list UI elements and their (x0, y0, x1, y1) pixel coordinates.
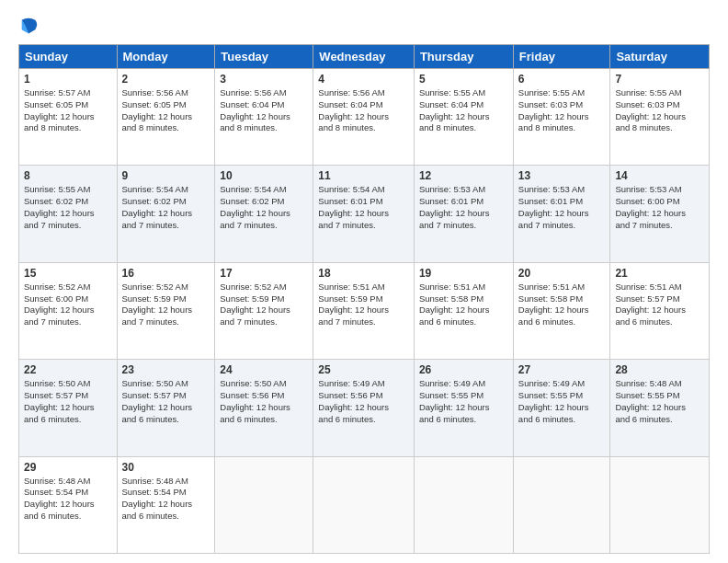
day-number: 10 (220, 169, 308, 182)
day-number: 7 (615, 73, 704, 86)
calendar-cell: 6Sunrise: 5:55 AM Sunset: 6:03 PM Daylig… (513, 69, 610, 166)
header-day-friday: Friday (513, 45, 610, 69)
header-row: SundayMondayTuesdayWednesdayThursdayFrid… (19, 45, 710, 69)
cell-details: Sunrise: 5:51 AM Sunset: 5:58 PM Dayligh… (518, 282, 606, 328)
calendar-cell (610, 456, 710, 553)
day-number: 12 (419, 169, 508, 182)
calendar-cell: 7Sunrise: 5:55 AM Sunset: 6:03 PM Daylig… (610, 69, 710, 166)
calendar-cell: 8Sunrise: 5:55 AM Sunset: 6:02 PM Daylig… (19, 166, 118, 262)
calendar-cell: 28Sunrise: 5:48 AM Sunset: 5:55 PM Dayli… (610, 360, 710, 456)
header-day-saturday: Saturday (610, 45, 710, 69)
header-day-thursday: Thursday (414, 45, 513, 69)
calendar-cell (513, 456, 610, 553)
calendar-cell: 27Sunrise: 5:49 AM Sunset: 5:55 PM Dayli… (513, 360, 610, 456)
cell-details: Sunrise: 5:53 AM Sunset: 6:01 PM Dayligh… (518, 184, 606, 231)
cell-details: Sunrise: 5:52 AM Sunset: 5:59 PM Dayligh… (220, 282, 308, 328)
cell-details: Sunrise: 5:50 AM Sunset: 5:57 PM Dayligh… (122, 378, 210, 425)
day-number: 8 (24, 169, 112, 182)
day-number: 1 (24, 73, 112, 86)
calendar-cell: 11Sunrise: 5:54 AM Sunset: 6:01 PM Dayli… (313, 166, 415, 262)
calendar-cell: 5Sunrise: 5:55 AM Sunset: 6:04 PM Daylig… (414, 69, 513, 166)
day-number: 14 (615, 169, 704, 182)
calendar-cell (313, 456, 415, 553)
day-number: 18 (318, 267, 409, 280)
day-number: 22 (24, 363, 112, 376)
cell-details: Sunrise: 5:55 AM Sunset: 6:04 PM Dayligh… (419, 87, 508, 134)
week-row-2: 8Sunrise: 5:55 AM Sunset: 6:02 PM Daylig… (19, 166, 710, 262)
cell-details: Sunrise: 5:54 AM Sunset: 6:01 PM Dayligh… (318, 184, 409, 231)
day-number: 25 (318, 363, 409, 376)
calendar-cell: 2Sunrise: 5:56 AM Sunset: 6:05 PM Daylig… (117, 69, 215, 166)
cell-details: Sunrise: 5:48 AM Sunset: 5:54 PM Dayligh… (24, 476, 112, 523)
day-number: 15 (24, 267, 112, 280)
day-number: 23 (122, 363, 210, 376)
cell-details: Sunrise: 5:51 AM Sunset: 5:58 PM Dayligh… (419, 282, 508, 328)
cell-details: Sunrise: 5:56 AM Sunset: 6:04 PM Dayligh… (318, 87, 409, 134)
cell-details: Sunrise: 5:55 AM Sunset: 6:03 PM Dayligh… (518, 87, 606, 134)
cell-details: Sunrise: 5:56 AM Sunset: 6:04 PM Dayligh… (220, 87, 308, 134)
calendar-cell: 14Sunrise: 5:53 AM Sunset: 6:00 PM Dayli… (610, 166, 710, 262)
calendar-cell (414, 456, 513, 553)
calendar-cell: 16Sunrise: 5:52 AM Sunset: 5:59 PM Dayli… (117, 262, 215, 359)
day-number: 19 (419, 267, 508, 280)
cell-details: Sunrise: 5:49 AM Sunset: 5:55 PM Dayligh… (419, 378, 508, 425)
calendar-cell: 22Sunrise: 5:50 AM Sunset: 5:57 PM Dayli… (19, 360, 118, 456)
day-number: 17 (220, 267, 308, 280)
header (18, 15, 710, 35)
calendar-cell: 12Sunrise: 5:53 AM Sunset: 6:01 PM Dayli… (414, 166, 513, 262)
cell-details: Sunrise: 5:48 AM Sunset: 5:55 PM Dayligh… (615, 378, 704, 425)
week-row-4: 22Sunrise: 5:50 AM Sunset: 5:57 PM Dayli… (19, 360, 710, 456)
calendar-cell: 20Sunrise: 5:51 AM Sunset: 5:58 PM Dayli… (513, 262, 610, 359)
cell-details: Sunrise: 5:56 AM Sunset: 6:05 PM Dayligh… (122, 87, 210, 134)
cell-details: Sunrise: 5:49 AM Sunset: 5:55 PM Dayligh… (518, 378, 606, 425)
day-number: 26 (419, 363, 508, 376)
calendar-table: SundayMondayTuesdayWednesdayThursdayFrid… (18, 44, 710, 554)
calendar-cell: 17Sunrise: 5:52 AM Sunset: 5:59 PM Dayli… (215, 262, 313, 359)
calendar-cell: 19Sunrise: 5:51 AM Sunset: 5:58 PM Dayli… (414, 262, 513, 359)
header-day-wednesday: Wednesday (313, 45, 415, 69)
cell-details: Sunrise: 5:48 AM Sunset: 5:54 PM Dayligh… (122, 476, 210, 523)
calendar-cell: 10Sunrise: 5:54 AM Sunset: 6:02 PM Dayli… (215, 166, 313, 262)
calendar-cell: 15Sunrise: 5:52 AM Sunset: 6:00 PM Dayli… (19, 262, 118, 359)
cell-details: Sunrise: 5:52 AM Sunset: 5:59 PM Dayligh… (122, 282, 210, 328)
calendar-cell: 9Sunrise: 5:54 AM Sunset: 6:02 PM Daylig… (117, 166, 215, 262)
day-number: 30 (122, 461, 210, 474)
week-row-5: 29Sunrise: 5:48 AM Sunset: 5:54 PM Dayli… (19, 456, 710, 553)
day-number: 13 (518, 169, 606, 182)
day-number: 11 (318, 169, 409, 182)
logo-icon (18, 15, 39, 35)
day-number: 3 (220, 73, 308, 86)
cell-details: Sunrise: 5:53 AM Sunset: 6:01 PM Dayligh… (419, 184, 508, 231)
calendar-cell: 13Sunrise: 5:53 AM Sunset: 6:01 PM Dayli… (513, 166, 610, 262)
calendar-cell: 26Sunrise: 5:49 AM Sunset: 5:55 PM Dayli… (414, 360, 513, 456)
cell-details: Sunrise: 5:50 AM Sunset: 5:56 PM Dayligh… (220, 378, 308, 425)
cell-details: Sunrise: 5:53 AM Sunset: 6:00 PM Dayligh… (615, 184, 704, 231)
week-row-3: 15Sunrise: 5:52 AM Sunset: 6:00 PM Dayli… (19, 262, 710, 359)
day-number: 28 (615, 363, 704, 376)
calendar-cell: 30Sunrise: 5:48 AM Sunset: 5:54 PM Dayli… (117, 456, 215, 553)
calendar-cell: 1Sunrise: 5:57 AM Sunset: 6:05 PM Daylig… (19, 69, 118, 166)
day-number: 4 (318, 73, 409, 86)
day-number: 24 (220, 363, 308, 376)
calendar-cell: 29Sunrise: 5:48 AM Sunset: 5:54 PM Dayli… (19, 456, 118, 553)
cell-details: Sunrise: 5:49 AM Sunset: 5:56 PM Dayligh… (318, 378, 409, 425)
day-number: 29 (24, 461, 112, 474)
day-number: 16 (122, 267, 210, 280)
day-number: 5 (419, 73, 508, 86)
header-day-tuesday: Tuesday (215, 45, 313, 69)
cell-details: Sunrise: 5:55 AM Sunset: 6:03 PM Dayligh… (615, 87, 704, 134)
calendar-cell: 23Sunrise: 5:50 AM Sunset: 5:57 PM Dayli… (117, 360, 215, 456)
page: SundayMondayTuesdayWednesdayThursdayFrid… (0, 0, 728, 563)
calendar-cell: 3Sunrise: 5:56 AM Sunset: 6:04 PM Daylig… (215, 69, 313, 166)
calendar-body: 1Sunrise: 5:57 AM Sunset: 6:05 PM Daylig… (19, 69, 710, 554)
cell-details: Sunrise: 5:54 AM Sunset: 6:02 PM Dayligh… (220, 184, 308, 231)
header-day-monday: Monday (117, 45, 215, 69)
calendar-cell: 21Sunrise: 5:51 AM Sunset: 5:57 PM Dayli… (610, 262, 710, 359)
header-day-sunday: Sunday (19, 45, 118, 69)
day-number: 21 (615, 267, 704, 280)
calendar-header: SundayMondayTuesdayWednesdayThursdayFrid… (19, 45, 710, 69)
calendar-cell: 4Sunrise: 5:56 AM Sunset: 6:04 PM Daylig… (313, 69, 415, 166)
cell-details: Sunrise: 5:50 AM Sunset: 5:57 PM Dayligh… (24, 378, 112, 425)
day-number: 6 (518, 73, 606, 86)
cell-details: Sunrise: 5:51 AM Sunset: 5:57 PM Dayligh… (615, 282, 704, 328)
